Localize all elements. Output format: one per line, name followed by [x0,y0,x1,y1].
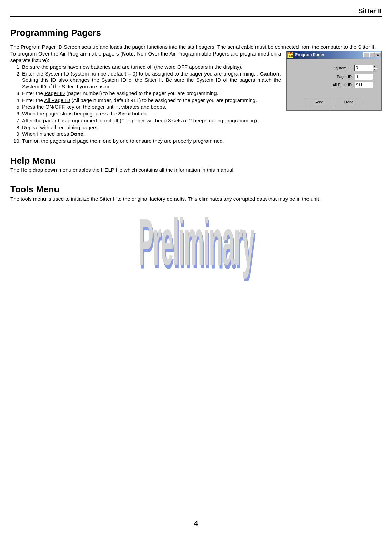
spinner-up-icon[interactable]: ▲ [372,65,377,68]
input-pager-id[interactable]: 1 [355,74,373,80]
list-item: Turn on the pagers and page them one by … [22,138,382,144]
minimize-icon[interactable]: _ [363,52,369,57]
list-item: Repeat with all remaining pagers. [22,124,382,131]
watermark-text: Preliminary [138,200,254,281]
help-menu-body: The Help drop down menu enables the HELP… [10,167,382,173]
list-item: When finished press Done. [22,131,382,138]
watermark-container: Preliminary [10,216,382,268]
app-icon: LRS Pager [287,52,293,58]
done-button[interactable]: Done [335,99,363,106]
label-all-page-id: All Page ID: [333,83,353,88]
dialog-title: Program Pager [295,52,324,58]
prelist-note: Note: [122,51,135,57]
intro-text-end: . [374,44,376,50]
row-all-page-id: All Page ID: 911 [291,82,377,88]
heading-programming-pagers: Programming Pagers [10,27,382,39]
spinner-system-id[interactable]: ▲ ▼ [372,65,377,72]
intro-text-a: The Program Pager ID Screen sets up and … [10,44,217,50]
intro-text-underline: The serial cable must be connected from … [217,44,374,50]
dialog-body: System ID: 0 ▲ ▼ Pager ID: 1 All Page ID… [287,59,381,110]
product-name: Sitter II [358,7,382,15]
row-pager-id: Pager ID: 1 [291,74,377,80]
dialog-titlebar: LRS Pager Program Pager _ □ × [287,51,381,59]
maximize-icon[interactable]: □ [369,52,375,57]
close-icon[interactable]: × [375,52,381,57]
label-system-id: System ID: [334,66,352,71]
send-button[interactable]: Send [305,99,333,106]
spinner-down-icon[interactable]: ▼ [372,68,377,72]
prelist-a: To program Over the Air Programmable pag… [10,51,122,57]
tools-menu-body: The tools menu is used to initialize the… [10,196,382,202]
dialog-button-row: Send Done [291,99,377,106]
input-all-page-id[interactable]: 911 [355,82,373,88]
intro-paragraph: The Program Pager ID Screen sets up and … [10,44,382,50]
heading-tools-menu: Tools Menu [10,184,382,195]
list-item: After the pager has programmed turn it o… [22,118,382,124]
label-pager-id: Pager ID: [337,74,353,79]
input-system-id[interactable]: 0 [354,65,373,71]
row-system-id: System ID: 0 ▲ ▼ [291,65,377,72]
program-pager-dialog: LRS Pager Program Pager _ □ × System ID:… [286,51,382,111]
list-item: When the pager stops beeping, press the … [22,111,382,117]
heading-help-menu: Help Menu [10,155,382,167]
page-header: Sitter II [10,7,382,17]
section-body: The Program Pager ID Screen sets up and … [10,44,382,145]
